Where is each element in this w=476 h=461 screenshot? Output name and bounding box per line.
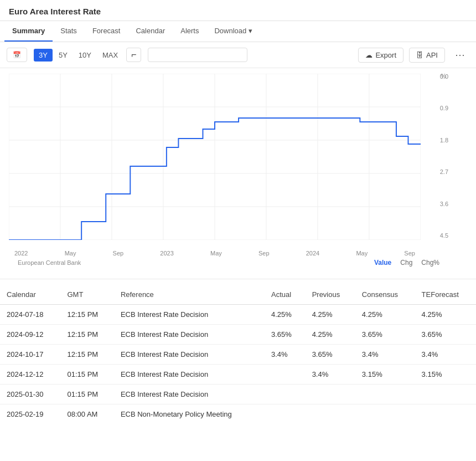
cell-consensus: 3.15% — [355, 365, 415, 385]
cell-consensus: 4.25% — [355, 305, 415, 325]
chart-svg-container — [9, 74, 421, 240]
table-row: 2024-12-12 01:15 PM ECB Interest Rate De… — [0, 365, 476, 385]
time-range-3y[interactable]: 3Y — [34, 49, 53, 62]
cell-actual: 3.4% — [265, 345, 306, 365]
cell-reference: ECB Interest Rate Decision — [114, 325, 265, 345]
cell-actual — [265, 365, 306, 385]
cell-previous — [306, 404, 355, 424]
tab-download[interactable]: Download ▾ — [206, 21, 260, 42]
cell-actual: 3.65% — [265, 325, 306, 345]
cell-reference: ECB Interest Rate Decision — [114, 365, 265, 385]
chart-type-button[interactable]: ⌐ — [126, 48, 141, 62]
y-label-00: 0.0 — [440, 74, 448, 80]
cell-reference: ECB Interest Rate Decision — [114, 345, 265, 365]
table-row: 2024-07-18 12:15 PM ECB Interest Rate De… — [0, 305, 476, 325]
col-header-gmt: GMT — [61, 285, 114, 305]
table-header-row: Calendar GMT Reference Actual Previous C… — [0, 285, 476, 305]
x-label-sep-2023: Sep — [258, 250, 270, 257]
cell-previous: 3.4% — [306, 365, 355, 385]
cell-reference: ECB Interest Rate Decision — [114, 385, 265, 404]
col-header-actual: Actual — [265, 285, 306, 305]
cell-gmt: 01:15 PM — [61, 365, 114, 385]
table-row: 2025-01-30 01:15 PM ECB Interest Rate De… — [0, 385, 476, 404]
x-label-may-2024: May — [356, 250, 368, 257]
x-label-2024: 2024 — [306, 250, 319, 257]
cell-gmt: 08:00 AM — [61, 404, 114, 424]
table-row: 2025-02-19 08:00 AM ECB Non-Monetary Pol… — [0, 404, 476, 424]
value-toggle-group: Value Chg Chg% — [374, 259, 439, 267]
x-label-2023: 2023 — [160, 250, 173, 257]
cell-actual — [265, 404, 306, 424]
cell-consensus: 3.65% — [355, 325, 415, 345]
y-label-36: 3.6 — [440, 201, 448, 207]
toolbar-right: ☁ Export 🗄 API ⋯ — [358, 47, 469, 63]
cell-teforecast — [415, 385, 476, 404]
api-button[interactable]: 🗄 API — [409, 48, 445, 63]
cell-gmt: 12:15 PM — [61, 345, 114, 365]
col-header-consensus: Consensus — [355, 285, 415, 305]
tab-alerts[interactable]: Alerts — [173, 21, 206, 42]
cell-consensus: 3.4% — [355, 345, 415, 365]
api-icon: 🗄 — [416, 51, 423, 59]
export-button[interactable]: ☁ Export — [358, 48, 403, 63]
col-header-reference: Reference — [114, 285, 265, 305]
x-label-sep-2022: Sep — [113, 250, 124, 257]
cell-calendar: 2025-02-19 — [0, 404, 61, 424]
y-label-45: 4.5 — [440, 233, 448, 239]
calendar-picker-button[interactable]: 📅 — [7, 48, 27, 62]
cell-gmt: 12:15 PM — [61, 325, 114, 345]
chart-footer: European Central Bank Value Chg Chg% — [9, 257, 448, 269]
x-label-2022: 2022 — [14, 250, 28, 257]
y-label-18: 1.8 — [440, 137, 448, 144]
cell-gmt: 01:15 PM — [61, 385, 114, 404]
time-range-group: 3Y 5Y 10Y MAX — [34, 49, 123, 62]
calendar-icon: 📅 — [13, 51, 21, 59]
cell-calendar: 2025-01-30 — [0, 385, 61, 404]
more-options-button[interactable]: ⋯ — [451, 47, 469, 63]
col-header-calendar: Calendar — [0, 285, 61, 305]
chart-wrapper: % — [9, 74, 448, 257]
tab-forecast[interactable]: Forecast — [85, 21, 128, 42]
cell-consensus — [355, 385, 415, 404]
y-label-09: 0.9 — [440, 105, 448, 111]
time-range-5y[interactable]: 5Y — [54, 49, 73, 62]
toggle-chgpct[interactable]: Chg% — [421, 259, 439, 267]
cell-actual — [265, 385, 306, 404]
cell-calendar: 2024-07-18 — [0, 305, 61, 325]
x-label-may-2022: May — [65, 250, 76, 257]
toggle-value[interactable]: Value — [374, 259, 391, 267]
chart-toolbar: 📅 3Y 5Y 10Y MAX ⌐ ☁ Export 🗄 API ⋯ — [0, 42, 476, 68]
x-axis: 2022 May Sep 2023 May Sep 2024 May Sep — [9, 241, 421, 257]
cell-reference: ECB Non-Monetary Policy Meeting — [114, 404, 265, 424]
cell-consensus — [355, 404, 415, 424]
time-range-10y[interactable]: 10Y — [74, 49, 96, 62]
cell-reference: ECB Interest Rate Decision — [114, 305, 265, 325]
cell-previous: 4.25% — [306, 325, 355, 345]
dropdown-arrow-icon: ▾ — [249, 27, 252, 35]
cell-previous: 3.65% — [306, 345, 355, 365]
y-label-27: 2.7 — [440, 169, 448, 175]
x-label-may-2023: May — [210, 250, 222, 257]
tab-calendar[interactable]: Calendar — [128, 21, 173, 42]
table-section: Calendar GMT Reference Actual Previous C… — [0, 279, 476, 429]
cell-calendar: 2024-10-17 — [0, 345, 61, 365]
cell-calendar: 2024-12-12 — [0, 365, 61, 385]
cell-teforecast: 3.65% — [415, 325, 476, 345]
tab-summary[interactable]: Summary — [4, 21, 53, 42]
toggle-chg[interactable]: Chg — [400, 259, 412, 267]
time-range-max[interactable]: MAX — [97, 49, 123, 62]
cell-teforecast: 3.15% — [415, 365, 476, 385]
y-axis: 4.5 3.6 2.7 1.8 0.9 0.0 — [422, 74, 448, 240]
tab-stats[interactable]: Stats — [53, 21, 85, 42]
cell-teforecast: 4.25% — [415, 305, 476, 325]
table-row: 2024-09-12 12:15 PM ECB Interest Rate De… — [0, 325, 476, 345]
x-label-sep-2024: Sep — [404, 250, 415, 257]
col-header-previous: Previous — [306, 285, 355, 305]
cell-previous: 4.25% — [306, 305, 355, 325]
cell-gmt: 12:15 PM — [61, 305, 114, 325]
cell-previous — [306, 385, 355, 404]
export-icon: ☁ — [365, 51, 372, 59]
data-table: Calendar GMT Reference Actual Previous C… — [0, 285, 476, 424]
compare-input[interactable] — [148, 48, 247, 62]
tab-bar: Summary Stats Forecast Calendar Alerts D… — [0, 21, 476, 42]
